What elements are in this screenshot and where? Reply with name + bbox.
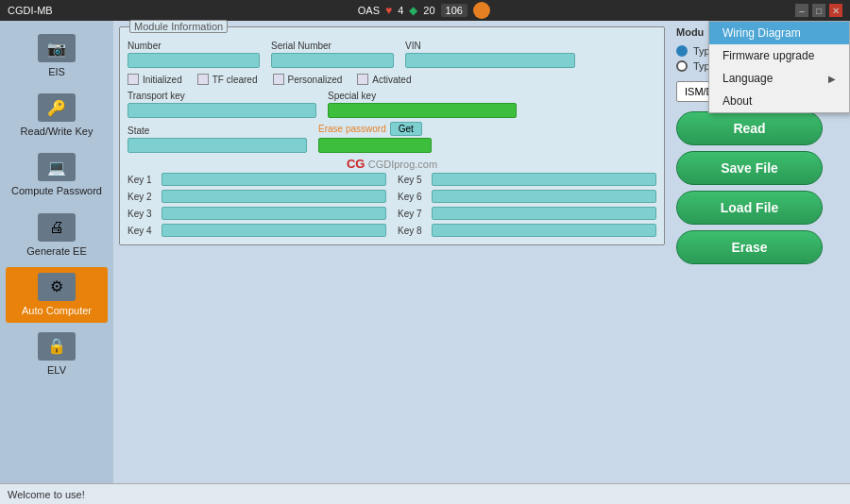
key6-input[interactable] bbox=[432, 190, 656, 203]
initialized-label: Initialized bbox=[143, 75, 182, 85]
sidebar-label-elv: ELV bbox=[47, 364, 66, 377]
key3-label: Key 3 bbox=[128, 209, 156, 219]
erase-button[interactable]: Erase bbox=[676, 230, 823, 264]
chevron-right-icon: ▶ bbox=[828, 74, 836, 84]
heart-icon: ♥ bbox=[385, 4, 392, 17]
heart-count: 4 bbox=[398, 5, 403, 16]
transport-key-label: Transport key bbox=[128, 91, 316, 101]
dropdown-menu: Wiring Diagram Firmware upgrade Language… bbox=[708, 21, 850, 113]
content-area: Module Information Number Serial Number … bbox=[113, 21, 671, 483]
menu-label-about: About bbox=[722, 94, 752, 108]
vin-label: VIN bbox=[405, 41, 575, 51]
checkbox-activated[interactable]: Activated bbox=[357, 74, 411, 85]
tf-cleared-checkbox[interactable] bbox=[197, 74, 209, 85]
sidebar-label-auto-computer: Auto Computer bbox=[22, 305, 92, 317]
activated-checkbox[interactable] bbox=[357, 74, 368, 85]
menu-label-firmware: Firmware upgrade bbox=[722, 49, 814, 62]
initialized-checkbox[interactable] bbox=[128, 74, 139, 85]
menu-label-wiring: Wiring Diagram bbox=[722, 26, 801, 40]
special-key-input[interactable] bbox=[328, 103, 517, 118]
menu-item-firmware-upgrade[interactable]: Firmware upgrade bbox=[709, 44, 849, 67]
transport-key-input[interactable] bbox=[128, 103, 316, 118]
key-row-2: Key 2 bbox=[128, 190, 386, 203]
state-row: State Erase password Get bbox=[128, 122, 656, 153]
generate-ee-icon: 🖨 bbox=[38, 213, 76, 242]
key7-input[interactable] bbox=[432, 207, 656, 220]
status-bar: Welcome to use! bbox=[0, 483, 850, 504]
sidebar-label-read-write-key: Read/Write Key bbox=[21, 126, 94, 138]
logo-cg: CG bbox=[347, 157, 366, 171]
serial-number-label: Serial Number bbox=[271, 41, 394, 51]
key2-input[interactable] bbox=[162, 190, 386, 203]
avatar bbox=[473, 2, 490, 19]
key-row-4: Key 4 bbox=[128, 224, 386, 237]
personalized-checkbox[interactable] bbox=[273, 74, 284, 85]
state-input[interactable] bbox=[128, 138, 307, 153]
radio-circle-2 bbox=[676, 60, 688, 72]
get-button[interactable]: Get bbox=[390, 122, 422, 136]
key-row-7: Key 7 bbox=[398, 207, 656, 220]
sidebar-item-auto-computer[interactable]: ⚙ Auto Computer bbox=[6, 267, 108, 323]
vin-field: VIN bbox=[405, 41, 575, 68]
sidebar-item-elv[interactable]: 🔒 ELV bbox=[6, 327, 108, 382]
close-button[interactable]: ✕ bbox=[829, 4, 842, 17]
key4-label: Key 4 bbox=[128, 226, 156, 236]
logo-area: CG CGDIprog.com bbox=[128, 157, 656, 171]
erase-password-label: Erase password bbox=[318, 124, 386, 134]
checkbox-tf-cleared[interactable]: TF cleared bbox=[197, 74, 258, 85]
sidebar-label-eis: EIS bbox=[48, 66, 65, 78]
key3-input[interactable] bbox=[162, 207, 386, 220]
key4-input[interactable] bbox=[162, 224, 386, 237]
serial-number-input[interactable] bbox=[271, 53, 394, 68]
status-message: Welcome to use! bbox=[8, 489, 85, 500]
load-file-button[interactable]: Load File bbox=[676, 191, 823, 225]
diamond-count: 20 bbox=[423, 5, 434, 16]
key-section: Transport key Special key bbox=[128, 91, 656, 118]
checkbox-initialized[interactable]: Initialized bbox=[128, 74, 182, 85]
key2-label: Key 2 bbox=[128, 192, 156, 202]
logo-cgdi-text: CGDIprog.com bbox=[368, 159, 437, 170]
key-row-5: Key 5 bbox=[398, 173, 656, 186]
sidebar-item-compute-password[interactable]: 💻 Compute Password bbox=[6, 147, 108, 203]
key7-label: Key 7 bbox=[398, 209, 426, 219]
number-label: Number bbox=[128, 41, 260, 51]
special-key-field: Special key bbox=[328, 91, 517, 118]
number-input[interactable] bbox=[128, 53, 260, 68]
activated-label: Activated bbox=[372, 75, 411, 85]
number-field: Number bbox=[128, 41, 260, 68]
key8-input[interactable] bbox=[432, 224, 656, 237]
minimize-button[interactable]: – bbox=[795, 4, 808, 17]
checkbox-row: Initialized TF cleared Personalized Acti… bbox=[128, 74, 656, 85]
erase-input[interactable] bbox=[318, 138, 432, 153]
key-row-8: Key 8 bbox=[398, 224, 656, 237]
menu-item-about[interactable]: About bbox=[709, 90, 849, 112]
key5-label: Key 5 bbox=[398, 175, 426, 185]
vin-input[interactable] bbox=[405, 53, 575, 68]
read-button[interactable]: Read bbox=[676, 111, 823, 145]
tf-cleared-label: TF cleared bbox=[212, 75, 258, 85]
serial-number-field: Serial Number bbox=[271, 41, 394, 68]
right-panel: Modu Type V Type V ISM/DSM/ESM Type1 Typ… bbox=[671, 21, 850, 483]
maximize-button[interactable]: □ bbox=[812, 4, 825, 17]
title-bar: CGDI-MB OAS ♥ 4 ◆ 20 106 – □ ✕ bbox=[0, 0, 850, 21]
key1-input[interactable] bbox=[162, 173, 386, 186]
save-file-button[interactable]: Save File bbox=[676, 151, 823, 185]
sidebar-item-read-write-key[interactable]: 🔑 Read/Write Key bbox=[6, 88, 108, 143]
eis-icon: 📷 bbox=[38, 34, 76, 62]
checkbox-personalized[interactable]: Personalized bbox=[273, 74, 343, 85]
elv-icon: 🔒 bbox=[38, 332, 76, 361]
info-row-identifiers: Number Serial Number VIN bbox=[128, 41, 656, 68]
radio-circle-1 bbox=[676, 45, 688, 57]
compute-password-icon: 💻 bbox=[38, 153, 76, 181]
transport-key-field: Transport key bbox=[128, 91, 316, 118]
sidebar-item-eis[interactable]: 📷 EIS bbox=[6, 28, 108, 84]
sidebar-item-generate-ee[interactable]: 🖨 Generate EE bbox=[6, 208, 108, 263]
menu-item-wiring-diagram[interactable]: Wiring Diagram bbox=[709, 22, 849, 44]
menu-label-language: Language bbox=[722, 72, 773, 85]
state-field: State bbox=[128, 126, 307, 153]
menu-item-language[interactable]: Language ▶ bbox=[709, 67, 849, 90]
key-row-3: Key 3 bbox=[128, 207, 386, 220]
key6-label: Key 6 bbox=[398, 192, 426, 202]
sidebar: 📷 EIS 🔑 Read/Write Key 💻 Compute Passwor… bbox=[0, 21, 113, 483]
key5-input[interactable] bbox=[432, 173, 656, 186]
